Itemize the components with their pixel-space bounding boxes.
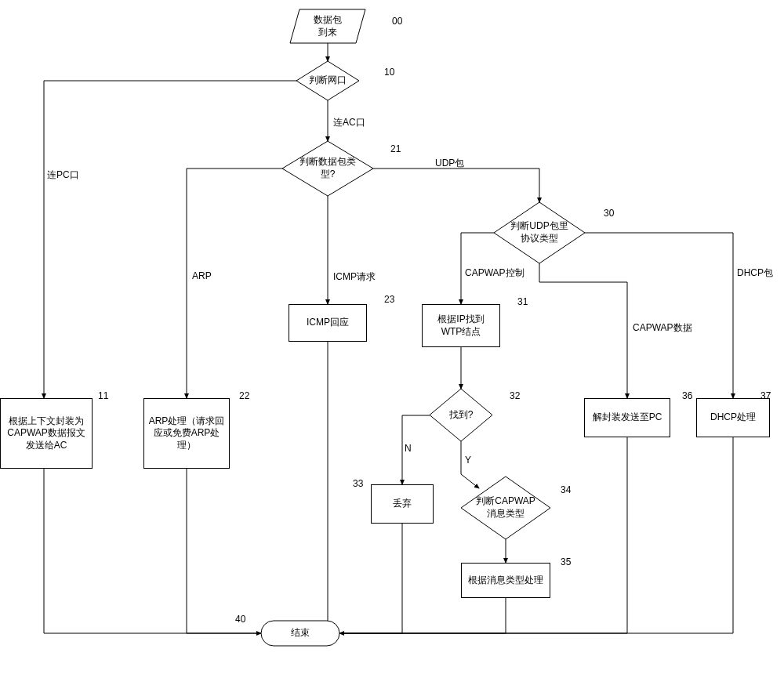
edge-label-udp: UDP包 [435,157,464,170]
node-32: 找到? [430,389,492,441]
node-37: DHCP处理 [696,398,770,437]
edge-label-n: N [405,443,412,454]
ref-34: 34 [561,484,571,495]
ref-37: 37 [760,390,771,401]
edge-label-y: Y [465,455,471,466]
edge-label-capctrl: CAPWAP控制 [465,266,524,280]
ref-35: 35 [561,556,571,567]
node-10: 判断网口 [296,61,359,100]
ref-40: 40 [235,614,245,625]
edge-label-capdata: CAPWAP数据 [633,321,692,335]
ref-21: 21 [390,143,401,154]
node-35: 根据消息类型处理 [461,563,550,598]
ref-33: 33 [353,478,363,489]
node-00: 数据包 到来 [290,9,365,43]
edge-label-pc: 连PC口 [47,169,79,182]
ref-00: 00 [392,16,402,27]
edge-label-ac: 连AC口 [333,116,365,129]
ref-32: 32 [510,390,520,401]
ref-11: 11 [98,390,108,401]
node-33: 丢弃 [371,484,434,524]
ref-23: 23 [384,294,394,305]
ref-22: 22 [239,390,249,401]
ref-10: 10 [384,67,394,78]
node-31: 根据IP找到 WTP结点 [422,304,500,347]
flowchart-connectors [0,0,784,685]
edge-label-arp: ARP [192,270,212,281]
ref-31: 31 [517,296,528,307]
ref-36: 36 [682,390,692,401]
node-21: 判断数据包类 型? [282,141,373,196]
ref-30: 30 [604,208,614,219]
node-34: 判断CAPWAP 消息类型 [461,477,550,539]
node-36: 解封装发送至PC [584,398,670,437]
edge-label-dhcp: DHCP包 [737,266,773,280]
node-22: ARP处理（请求回 应或免费ARP处 理） [143,398,230,469]
edge-label-icmp: ICMP请求 [333,270,376,284]
node-30: 判断UDP包里 协议类型 [494,202,585,263]
node-40: 结束 [261,621,339,646]
node-23: ICMP回应 [289,304,367,342]
node-11: 根据上下文封装为 CAPWAP数据报文 发送给AC [0,398,93,469]
